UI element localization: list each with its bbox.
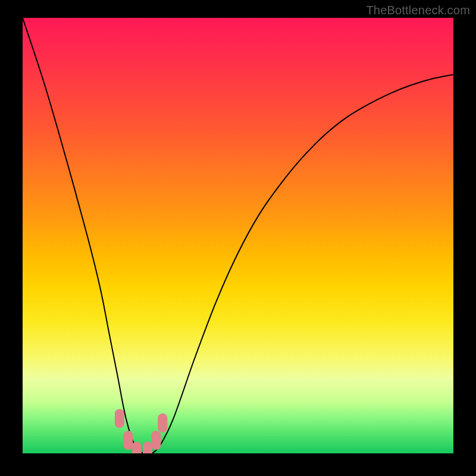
- watermark-text: TheBottleneck.com: [366, 4, 470, 17]
- curve-marker: [115, 409, 124, 428]
- curve-marker: [151, 431, 161, 450]
- chart-plot-area: [23, 18, 453, 453]
- bottleneck-curve: [23, 18, 453, 453]
- curve-marker: [123, 431, 133, 450]
- curve-marker: [143, 441, 152, 453]
- curve-marker: [132, 441, 142, 453]
- curve-marker: [158, 414, 167, 433]
